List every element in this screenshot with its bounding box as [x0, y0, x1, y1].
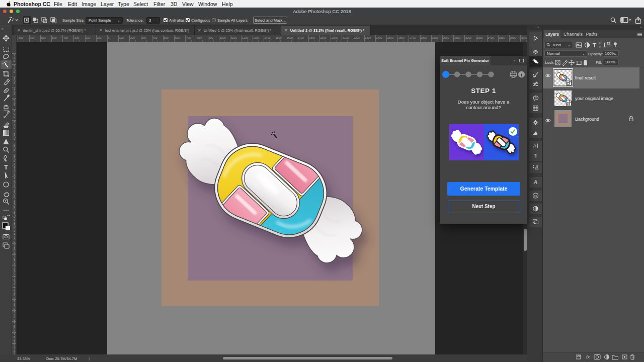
svg-text:T: T [593, 42, 596, 48]
svg-text:A: A [533, 179, 537, 185]
svg-text:fx: fx [586, 354, 590, 359]
svg-text:A: A [533, 143, 537, 148]
svg-text:cc: cc [534, 194, 537, 197]
svg-text:i: i [521, 72, 522, 77]
svg-text:T: T [4, 163, 8, 171]
svg-text:¶: ¶ [534, 153, 537, 158]
